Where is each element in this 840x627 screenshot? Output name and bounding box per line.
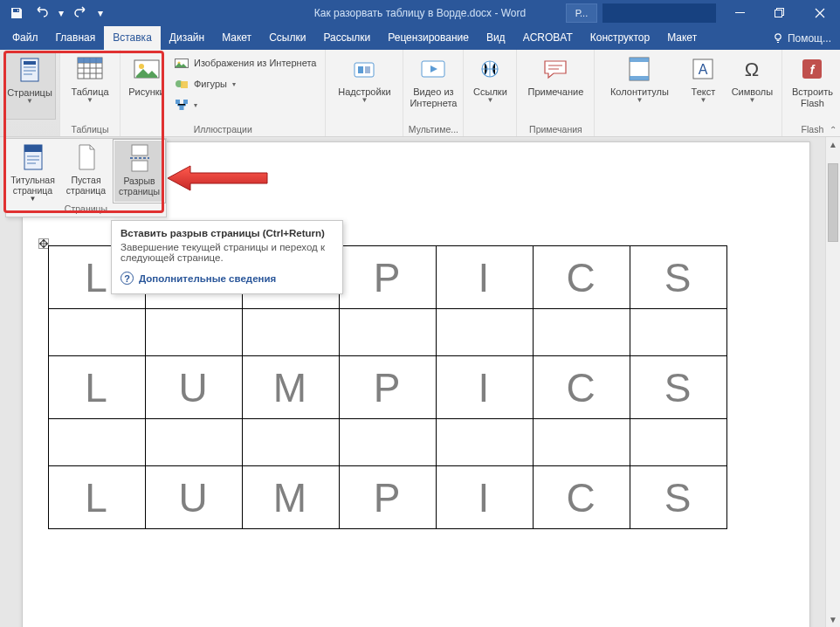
online-pictures-icon	[175, 56, 189, 70]
svg-rect-35	[27, 159, 39, 161]
table-cell[interactable]	[437, 419, 534, 466]
table-cell[interactable]: S	[630, 246, 727, 309]
save-icon[interactable]	[5, 0, 28, 25]
blank-page-button[interactable]: Пустая страница	[59, 139, 113, 203]
svg-rect-26	[630, 76, 649, 80]
undo-more-icon[interactable]: ▾	[54, 0, 68, 25]
page-break-tooltip: Вставить разрыв страницы (Ctrl+Return) З…	[111, 220, 343, 294]
headerfooter-icon	[625, 55, 653, 83]
tab-acrobat[interactable]: ACROBAT	[514, 26, 582, 50]
table-button[interactable]: Таблица▼	[64, 52, 116, 120]
text-button[interactable]: A Текст▼	[680, 52, 726, 120]
svg-rect-25	[630, 58, 649, 62]
scroll-up-icon[interactable]: ▲	[826, 137, 840, 152]
table-cell[interactable]: L	[49, 356, 146, 419]
table-cell[interactable]	[630, 419, 727, 466]
tab-table-layout[interactable]: Макет	[658, 26, 706, 50]
table-cell[interactable]: L	[49, 466, 146, 529]
svg-rect-34	[27, 155, 39, 157]
table-cell[interactable]	[146, 309, 243, 356]
minimize-button[interactable]	[720, 0, 760, 25]
pictures-button[interactable]: Рисунки	[124, 52, 169, 120]
bulb-icon	[772, 32, 784, 45]
table-cell[interactable]	[243, 309, 340, 356]
comment-button[interactable]: Примечание	[520, 52, 590, 120]
tab-design[interactable]: Дизайн	[161, 26, 213, 50]
cover-page-button[interactable]: Титульная страница▼	[6, 139, 59, 203]
table-cell[interactable]	[146, 419, 243, 466]
online-video-button[interactable]: Видео из Интернета	[407, 52, 459, 120]
scroll-thumb[interactable]	[828, 163, 838, 242]
table-cell[interactable]: S	[630, 356, 727, 419]
page-break-button[interactable]: Разрыв страницы	[113, 139, 166, 203]
headerfooter-button[interactable]: Колонтитулы▼	[598, 52, 680, 120]
table-cell[interactable]	[340, 309, 437, 356]
table-cell[interactable]: U	[146, 356, 243, 419]
video-icon	[419, 55, 447, 83]
close-button[interactable]	[800, 0, 840, 25]
table-cell[interactable]: C	[534, 356, 630, 419]
table-cell[interactable]: U	[146, 466, 243, 529]
restore-button[interactable]	[760, 0, 800, 25]
tab-file[interactable]: Файл	[3, 26, 47, 50]
table-cell[interactable]	[534, 309, 630, 356]
blank-page-icon	[73, 142, 100, 172]
tab-mailings[interactable]: Рассылки	[314, 26, 379, 50]
shapes-button[interactable]: Фигуры▾	[169, 74, 321, 93]
addins-button[interactable]: Надстройки▼	[329, 52, 399, 120]
table-cell[interactable]: I	[437, 246, 534, 309]
table-cell[interactable]	[630, 309, 727, 356]
table-cell[interactable]: P	[340, 246, 437, 309]
annotation-arrow	[164, 164, 269, 192]
tab-table-design[interactable]: Конструктор	[582, 26, 658, 50]
more-illustrations-button[interactable]: ▾	[169, 95, 321, 114]
cover-page-icon	[20, 142, 46, 172]
table-cell[interactable]: C	[534, 246, 630, 309]
table-cell[interactable]	[437, 309, 534, 356]
svg-rect-4	[24, 61, 36, 65]
svg-rect-37	[132, 145, 148, 155]
collapse-ribbon-icon[interactable]: ⌃	[830, 125, 837, 134]
table-cell[interactable]: P	[340, 466, 437, 529]
links-button[interactable]: Ссылки▼	[467, 52, 513, 120]
svg-rect-38	[132, 161, 148, 171]
table-cell[interactable]	[340, 419, 437, 466]
shapes-icon	[175, 77, 189, 91]
table-cell[interactable]: P	[340, 356, 437, 419]
table-cell[interactable]: M	[243, 356, 340, 419]
pages-button[interactable]: Страницы▼	[3, 52, 56, 120]
embed-flash-button[interactable]: f Встроить Flash	[786, 52, 838, 120]
table-cell[interactable]: I	[437, 466, 534, 529]
qat-customize-icon[interactable]: ▾	[94, 0, 107, 25]
group-comments-cap: Примечания	[520, 122, 590, 136]
tab-view[interactable]: Вид	[478, 26, 514, 50]
vertical-scrollbar[interactable]: ▲ ▼	[825, 137, 840, 627]
user-badge[interactable]: Р...	[566, 3, 597, 23]
table-anchor-icon[interactable]	[38, 238, 47, 247]
tooltip-more-link[interactable]: ? Дополнительные сведения	[120, 272, 334, 285]
tab-review[interactable]: Рецензирование	[379, 26, 478, 50]
table-cell[interactable]: I	[437, 356, 534, 419]
tell-me[interactable]: Помощ...	[767, 32, 840, 50]
group-media-cap: Мультиме...	[407, 122, 459, 136]
scroll-down-icon[interactable]: ▼	[826, 612, 840, 627]
undo-icon[interactable]	[30, 0, 52, 25]
table-cell[interactable]: S	[630, 466, 727, 529]
table-cell[interactable]	[49, 309, 146, 356]
tab-home[interactable]: Главная	[47, 26, 105, 50]
svg-point-11	[139, 64, 144, 69]
redo-icon[interactable]	[70, 0, 93, 25]
table-cell[interactable]: C	[534, 466, 630, 529]
tab-layout[interactable]: Макет	[213, 26, 260, 50]
svg-rect-36	[27, 162, 36, 164]
svg-rect-33	[24, 145, 42, 152]
addins-icon	[350, 55, 378, 83]
tab-insert[interactable]: Вставка	[104, 26, 161, 50]
online-pictures-button[interactable]: Изображения из Интернета	[169, 53, 321, 72]
table-cell[interactable]	[243, 419, 340, 466]
symbols-button[interactable]: Ω Символы▼	[726, 52, 778, 120]
table-cell[interactable]	[49, 419, 146, 466]
table-cell[interactable]	[534, 419, 630, 466]
tab-references[interactable]: Ссылки	[260, 26, 314, 50]
table-cell[interactable]: M	[243, 466, 340, 529]
